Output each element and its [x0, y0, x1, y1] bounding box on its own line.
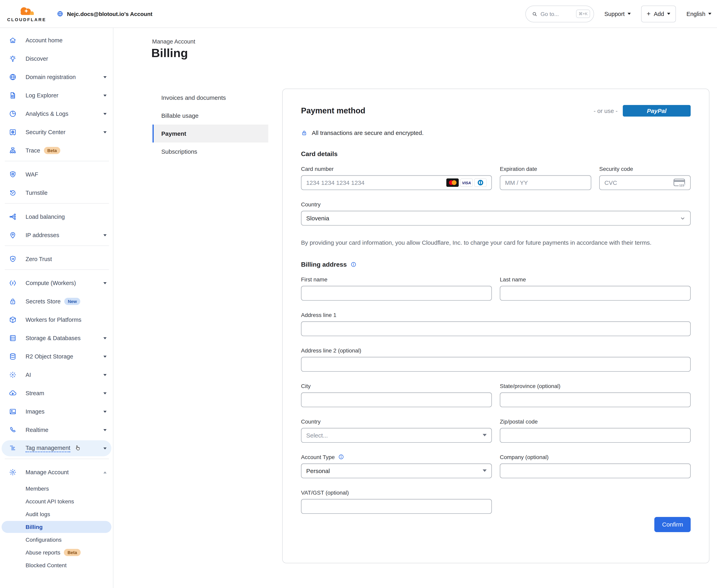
search-placeholder: Go to...: [541, 10, 559, 17]
sidebar-item-r2-object-storage[interactable]: R2 Object Storage: [2, 349, 111, 364]
pin-icon: [9, 231, 17, 239]
info-icon[interactable]: [350, 261, 356, 268]
sidebar-item-tag-management[interactable]: Tag management: [2, 440, 111, 456]
sidebar-item-audit-logs[interactable]: Audit logs: [2, 508, 111, 520]
account-type-label: Account Type: [301, 454, 335, 460]
security-code-input[interactable]: CVC 123: [599, 175, 691, 190]
subnav-item-invoices-and-documents[interactable]: Invoices and documents: [152, 89, 268, 107]
sidebar-item-abuse-reports[interactable]: Abuse reportsBeta: [2, 546, 111, 559]
pie-icon: [9, 110, 17, 118]
billing-country-select[interactable]: Select...: [301, 428, 492, 442]
globe-icon: [57, 10, 63, 17]
first-name-input[interactable]: [301, 286, 492, 300]
billing-address-heading-text: Billing address: [301, 261, 347, 268]
address2-field: Address line 2 (optional): [301, 347, 691, 372]
sidebar-item-ai[interactable]: AI: [2, 367, 111, 383]
account-switcher[interactable]: Nejc.docs@blotout.io's Account: [57, 10, 152, 17]
cloudflare-wordmark: CLOUDFLARE: [7, 17, 46, 22]
sidebar-item-load-balancing[interactable]: Load balancing: [2, 209, 111, 225]
card-details-heading: Card details: [301, 150, 691, 158]
sidebar-item-turnstile[interactable]: Turnstile: [2, 185, 111, 201]
storage-icon: [9, 334, 17, 342]
chevron-down-icon: [103, 429, 107, 431]
zip-input[interactable]: [500, 428, 691, 442]
panel-title: Payment method: [301, 106, 365, 115]
last-name-input[interactable]: [500, 286, 691, 300]
globe-icon: [9, 73, 17, 81]
badge-beta: Beta: [44, 147, 61, 154]
sidebar-item-storage-databases[interactable]: Storage & Databases: [2, 330, 111, 346]
sidebar-item-configurations[interactable]: Configurations: [2, 534, 111, 546]
account-type-select[interactable]: Personal: [301, 463, 492, 478]
company-input[interactable]: [500, 463, 691, 478]
confirm-button[interactable]: Confirm: [655, 517, 691, 532]
sidebar-item-stream[interactable]: Stream: [2, 385, 111, 401]
vat-label: VAT/GST (optional): [301, 489, 492, 496]
vat-input[interactable]: [301, 499, 492, 513]
trace-icon: [9, 147, 17, 154]
address1-input[interactable]: [301, 321, 691, 336]
chevron-down-icon: [103, 131, 107, 133]
subnav-item-payment[interactable]: Payment: [152, 125, 268, 143]
sidebar-item-log-explorer[interactable]: Log Explorer: [2, 87, 111, 103]
chevron-down-icon: [103, 374, 107, 376]
info-icon[interactable]: [338, 454, 344, 460]
chevron-down-icon: [103, 76, 107, 78]
sidebar-item-domain-registration[interactable]: Domain registration: [2, 69, 111, 85]
support-menu[interactable]: Support: [605, 10, 631, 17]
billing-subnav: Invoices and documentsBillable usagePaym…: [152, 89, 268, 161]
sidebar-item-manage-account[interactable]: Manage Account: [2, 464, 111, 480]
sidebar-item-realtime[interactable]: Realtime: [2, 422, 111, 438]
card-country-select[interactable]: Slovenia: [301, 211, 691, 226]
sidebar-item-compute-workers[interactable]: Compute (Workers): [2, 275, 111, 291]
billing-country-field: Country Select...: [301, 418, 492, 442]
sidebar-item-images[interactable]: Images: [2, 404, 111, 420]
language-menu[interactable]: English: [687, 10, 711, 17]
sidebar-item-analytics-logs[interactable]: Analytics & Logs: [2, 106, 111, 122]
subnav-item-billable-usage[interactable]: Billable usage: [152, 107, 268, 125]
sidebar-item-label: Account API tokens: [25, 498, 74, 505]
sidebar-item-label: Abuse reports: [25, 549, 60, 556]
stream-icon: [9, 389, 17, 397]
sidebar-item-secrets-store[interactable]: Secrets StoreNew: [2, 293, 111, 309]
go-to-search[interactable]: Go to... ⌘+K: [525, 5, 594, 22]
sidebar-item-waf[interactable]: WAF: [2, 166, 111, 183]
cvc-card-icon: 123: [674, 178, 686, 187]
paypal-button[interactable]: PayPal: [623, 105, 691, 117]
sidebar-item-account-home[interactable]: Account home: [2, 32, 111, 48]
sidebar-item-zero-trust[interactable]: Zero Trust: [2, 251, 111, 267]
sidebar-divider: [5, 270, 109, 270]
sidebar-divider: [5, 203, 109, 204]
mastercard-icon: [446, 178, 459, 187]
chevron-down-icon: [103, 94, 107, 97]
sidebar-item-trace[interactable]: TraceBeta: [2, 143, 111, 159]
subnav-item-subscriptions[interactable]: Subscriptions: [152, 143, 268, 161]
visa-icon: VISA: [460, 178, 473, 187]
diners-club-icon: [474, 178, 487, 187]
chevron-down-icon: [103, 337, 107, 339]
sidebar-item-label: Members: [25, 485, 49, 492]
sidebar-item-discover[interactable]: Discover: [2, 51, 111, 67]
secure-note: All transactions are secure and encrypte…: [312, 129, 424, 136]
sidebar-item-blocked-content[interactable]: Blocked Content: [2, 559, 111, 571]
state-input[interactable]: [500, 392, 691, 407]
sidebar-item-billing[interactable]: Billing: [2, 521, 111, 533]
sidebar-item-workers-for-platforms[interactable]: Workers for Platforms: [2, 312, 111, 328]
box-icon: [9, 316, 17, 324]
sidebar-item-account-api-tokens[interactable]: Account API tokens: [2, 496, 111, 507]
city-input[interactable]: [301, 392, 492, 407]
add-button[interactable]: + Add: [641, 5, 676, 22]
expiration-input[interactable]: MM / YY: [500, 175, 591, 190]
sidebar-item-security-center[interactable]: Security Center: [2, 124, 111, 140]
account-name: Nejc.docs@blotout.io's Account: [67, 10, 152, 17]
address2-input[interactable]: [301, 357, 691, 372]
card-number-input[interactable]: 1234 1234 1234 1234 VISA: [301, 175, 492, 190]
support-label: Support: [605, 10, 625, 17]
sidebar-item-members[interactable]: Members: [2, 483, 111, 495]
plus-icon: +: [647, 10, 651, 17]
lock-icon: [9, 297, 17, 306]
cloudflare-logo[interactable]: CLOUDFLARE: [7, 5, 46, 22]
add-label: Add: [654, 10, 664, 17]
card-number-label: Card number: [301, 166, 492, 172]
sidebar-item-ip-addresses[interactable]: IP addresses: [2, 227, 111, 243]
